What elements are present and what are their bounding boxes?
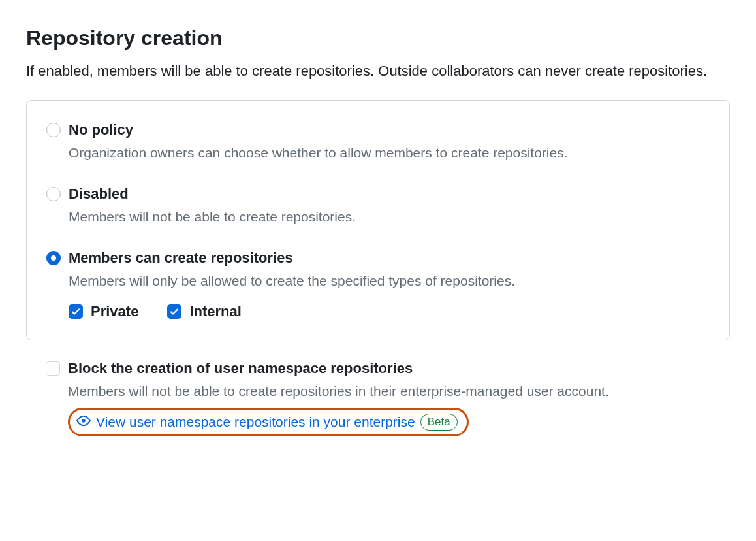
option-label: No policy bbox=[69, 120, 710, 140]
section-description: If enabled, members will be able to crea… bbox=[26, 61, 730, 82]
checkbox-unchecked-icon[interactable] bbox=[46, 361, 60, 376]
view-user-namespace-link[interactable]: View user namespace repositories in your… bbox=[96, 414, 415, 430]
radio-icon-checked[interactable] bbox=[46, 251, 61, 265]
option-description: Members will not be able to create repos… bbox=[69, 207, 710, 226]
checkbox-internal[interactable]: Internal bbox=[167, 303, 241, 320]
option-label: Disabled bbox=[69, 184, 710, 205]
checkbox-checked-icon[interactable] bbox=[167, 304, 181, 319]
repo-type-checkboxes: Private Internal bbox=[69, 303, 710, 320]
option-description: Members will not be able to create repos… bbox=[68, 382, 730, 401]
block-user-namespace-option[interactable]: Block the creation of user namespace rep… bbox=[46, 359, 730, 436]
eye-icon bbox=[76, 414, 91, 431]
beta-badge: Beta bbox=[420, 414, 458, 431]
checkbox-label: Internal bbox=[189, 303, 241, 320]
option-label: Members can create repositories bbox=[69, 248, 710, 269]
checkbox-checked-icon[interactable] bbox=[69, 304, 83, 319]
option-label: Block the creation of user namespace rep… bbox=[68, 359, 730, 379]
radio-option-members-can-create[interactable]: Members can create repositories Members … bbox=[46, 248, 710, 320]
checkmark-icon bbox=[71, 306, 81, 317]
option-description: Organization owners can choose whether t… bbox=[69, 143, 710, 162]
option-description: Members will only be allowed to create t… bbox=[69, 271, 710, 290]
repository-creation-options-box: No policy Organization owners can choose… bbox=[26, 100, 730, 341]
radio-icon[interactable] bbox=[46, 123, 61, 137]
section-title: Repository creation bbox=[26, 26, 730, 50]
checkmark-icon bbox=[169, 306, 180, 317]
view-user-namespace-link-highlight: View user namespace repositories in your… bbox=[68, 408, 469, 436]
radio-icon[interactable] bbox=[46, 187, 61, 201]
radio-option-no-policy[interactable]: No policy Organization owners can choose… bbox=[46, 120, 710, 162]
checkbox-label: Private bbox=[91, 303, 138, 320]
radio-option-disabled[interactable]: Disabled Members will not be able to cre… bbox=[46, 184, 710, 226]
checkbox-private[interactable]: Private bbox=[69, 303, 138, 320]
